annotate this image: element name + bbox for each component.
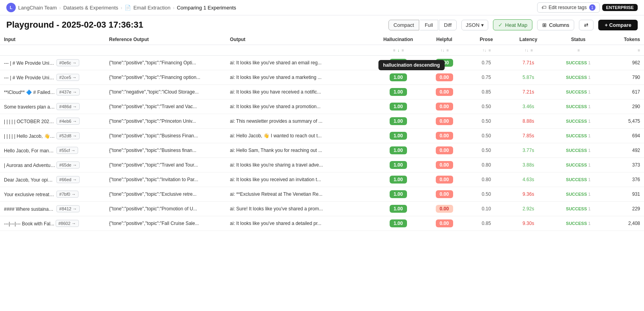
ref-output-cell: {"tone":"positive","topic":"Exclusive re…: [105, 187, 226, 202]
row-hash[interactable]: #8602 →: [56, 220, 79, 227]
page-title: Playground - 2025-02-03 17:36:31: [6, 20, 384, 30]
status-cell: SUCCESS 1: [549, 99, 607, 114]
prose-filter-icon[interactable]: ≡: [489, 48, 491, 52]
latency-value: 9.36s: [523, 191, 534, 197]
col-header-tokens: Tokens: [607, 34, 644, 45]
helpful-score-cell: 0.00: [423, 216, 465, 231]
hallucination-sort[interactable]: ≡ ↓ ≡ hallucination descending: [377, 47, 419, 53]
row-hash[interactable]: #0e6c →: [56, 59, 79, 66]
prose-score-cell: 0.75: [465, 70, 508, 85]
datasets-link[interactable]: Datasets & Experiments: [63, 5, 118, 11]
tokens-filter-icon[interactable]: ≡: [638, 48, 640, 52]
header-row: Playground - 2025-02-03 17:36:31 Compact…: [0, 15, 644, 34]
helpful-sort-up-icon[interactable]: ↑↓: [441, 48, 444, 52]
row-hash[interactable]: #55cf →: [56, 147, 78, 154]
heatmap-button[interactable]: ✓ Heat Map: [493, 19, 532, 30]
output-cell: ai: Sure! It looks like you've shared a …: [226, 202, 373, 216]
input-text: #### Where sustainability ...: [4, 206, 55, 212]
input-cell: | | | | | OCTOBER 2023, VOL... #4eb6 →: [0, 114, 105, 129]
ref-output-cell: {"tone":"positive","topic":"Promotion of…: [105, 202, 226, 216]
heatmap-label: Heat Map: [505, 22, 527, 28]
row-hash[interactable]: #4eb6 →: [56, 118, 80, 125]
helpful-filter-icon[interactable]: ≡: [446, 48, 449, 52]
columns-label: Columns: [549, 22, 569, 28]
view-buttons: Compact Full Diff: [388, 20, 457, 30]
edit-tags-button[interactable]: 🏷 Edit resource tags 1: [537, 2, 600, 13]
helpful-score-cell: 0.00: [423, 129, 465, 143]
input-text: Dear Jacob, Your opinion m...: [4, 177, 55, 183]
compact-view-button[interactable]: Compact: [388, 20, 419, 30]
helpful-score: 1.00: [436, 59, 453, 67]
ref-output-cell: {"tone":"positive","topic":"Financing op…: [105, 70, 226, 85]
latency-cell: 4.63s: [507, 172, 549, 187]
status-cell: SUCCESS 1: [549, 85, 607, 99]
latency-sort-icon[interactable]: ↑↓: [525, 48, 528, 52]
hallucination-score: 1.00: [390, 161, 407, 169]
hallucination-score: 1.00: [390, 190, 407, 198]
status-badge: SUCCESS: [566, 148, 587, 153]
status-cell: SUCCESS 1: [549, 172, 607, 187]
json-dropdown[interactable]: JSON ▾: [461, 20, 488, 30]
status-badge: SUCCESS: [566, 104, 587, 109]
row-hash[interactable]: #2ce5 →: [56, 74, 79, 81]
hallucination-score-cell: 1.00: [373, 172, 423, 187]
helpful-score: 0.00: [436, 117, 453, 125]
prose-sort-icon[interactable]: ↑↓: [483, 48, 487, 52]
col-header-prose: Prose: [465, 34, 508, 45]
sort-desc-icon[interactable]: ↓: [398, 48, 399, 52]
diff-view-button[interactable]: Diff: [439, 20, 457, 30]
status-badge: SUCCESS: [566, 119, 587, 124]
full-view-button[interactable]: Full: [420, 20, 438, 30]
topnav: L LangChain Team › Datasets & Experiment…: [0, 0, 644, 15]
filter-icon[interactable]: ≡: [393, 48, 396, 52]
input-cell: **iCloud** 🔷 # Failed to ... #437e →: [0, 85, 105, 99]
sort-asc-icon[interactable]: ≡: [402, 48, 404, 52]
latency-filter-icon[interactable]: ≡: [531, 48, 533, 52]
input-cell: | | | | | Hello Jacob, 👋 Spo... #52d8 →: [0, 129, 105, 143]
latency-value: 4.63s: [523, 177, 534, 182]
latency-value: 3.88s: [523, 162, 534, 168]
email-extraction-link[interactable]: Email Extraction: [133, 5, 170, 11]
row-hash[interactable]: #437e →: [56, 88, 80, 96]
status-cell: SUCCESS 1: [549, 216, 607, 231]
status-count: 1: [588, 177, 591, 182]
helpful-score-cell: 0.00: [423, 172, 465, 187]
latency-cell: 8.88s: [507, 114, 549, 129]
hallucination-score-cell: 1.00: [373, 202, 423, 216]
status-badge: SUCCESS: [566, 133, 587, 138]
row-hash[interactable]: #65de →: [56, 161, 80, 169]
compare-button[interactable]: + Compare: [598, 20, 638, 30]
row-hash[interactable]: #52d8 →: [56, 132, 80, 139]
row-hash[interactable]: #8412 →: [56, 205, 80, 212]
row-hash[interactable]: #486d →: [56, 103, 80, 110]
hallucination-score-cell: 1.00: [373, 114, 423, 129]
latency-value: 2.92s: [523, 206, 534, 212]
input-text: Your exclusive retreat at Th...: [4, 192, 55, 197]
latency-value: 3.46s: [523, 104, 534, 109]
tokens-cell: 962: [607, 56, 644, 70]
row-hash[interactable]: #7bf0 →: [56, 191, 78, 198]
helpful-score: 0.00: [436, 176, 453, 184]
latency-value: 5.87s: [523, 75, 534, 80]
ref-output-cell: {"tone":"positive","topic":"Invitation t…: [105, 172, 226, 187]
data-table-wrap: Input Reference Output Output Hallucinat…: [0, 34, 644, 294]
input-text: --- | # We Provide Unique F...: [4, 60, 55, 66]
input-cell: Hello Jacob, For many small... #55cf →: [0, 143, 105, 158]
output-cell: ai: It looks like you've shared a promot…: [226, 99, 373, 114]
row-hash[interactable]: #66ed →: [56, 176, 80, 183]
helpful-score: 0.00: [436, 146, 453, 154]
status-count: 1: [588, 206, 591, 211]
helpful-score: 0.00: [436, 190, 453, 198]
status-filter-icon[interactable]: ≡: [577, 48, 580, 52]
status-count: 1: [588, 104, 591, 109]
team-link[interactable]: LangChain Team: [18, 5, 57, 11]
helpful-score: 0.00: [436, 161, 453, 169]
hallucination-score: 1.00: [390, 146, 407, 154]
input-text: | | | | | Hello Jacob, 👋 Spo...: [4, 133, 55, 139]
ref-output-cell: {"tone":"negative","topic":"iCloud Stora…: [105, 85, 226, 99]
swap-button[interactable]: ⇄: [579, 20, 594, 30]
columns-button[interactable]: ⊞ Columns: [537, 20, 574, 30]
status-count: 1: [588, 133, 591, 138]
ref-output-cell: {"tone":"positive","topic":"Fall Cruise …: [105, 216, 226, 231]
hallucination-score-cell: 1.00: [373, 85, 423, 99]
